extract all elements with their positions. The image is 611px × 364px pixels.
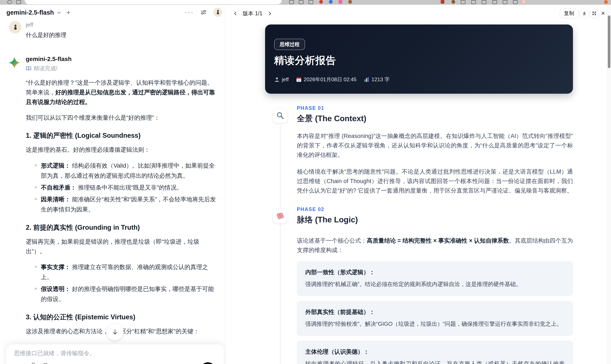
report-badge: 思维过程 — [274, 39, 305, 50]
phase2-title: 脉络 (The Logic) — [297, 214, 573, 225]
assistant-lead: 我们可以从以下四个维度来衡量什么是“好的推理”： — [26, 113, 217, 122]
assistant-intro: “什么是好的推理？”这是一个涉及逻辑学、认知科学和哲学核心的问题。简单来说，好的… — [26, 78, 217, 107]
extension-icon-brown[interactable] — [348, 0, 352, 4]
list-item: 形式逻辑： 结构必须有效（Valid）。比如演绎推理中，如果前提全部为真，那么通… — [36, 160, 217, 181]
extension-icon-doc[interactable] — [441, 0, 444, 4]
user-avatar[interactable] — [213, 8, 222, 17]
tools-diamonds-icon[interactable] — [30, 363, 37, 364]
bookmark-icon[interactable] — [42, 363, 49, 364]
expand-button[interactable] — [589, 9, 599, 18]
phase2-node — [273, 209, 287, 223]
attach-plus-button[interactable]: + — [14, 363, 19, 364]
history-icon[interactable] — [503, 0, 507, 4]
split-view-icon[interactable] — [471, 0, 476, 4]
bookmark-star-icon[interactable] — [308, 0, 313, 4]
chevron-down-icon[interactable] — [57, 11, 61, 15]
phase1-paragraph-2: 核心情境在于解决“思考的随意性”问题。不论是人类通过批判性思维进行决策，还是大语… — [297, 167, 573, 195]
phase1-node — [273, 108, 287, 123]
section-list-2: 事实支撑： 推理建立在可靠的数据、准确的观测或公认的真理之上。 假设透明： 好的… — [26, 262, 217, 304]
expand-icon — [592, 11, 596, 15]
user-message-text: 什么是好的推理 — [26, 31, 217, 39]
extension-icon-red[interactable] — [319, 0, 323, 4]
gemini-star-icon — [8, 56, 21, 70]
user-message-avatar — [9, 21, 22, 34]
scrollbar-track[interactable] — [607, 5, 611, 364]
artifact-panel: 版本 1/1 复制 × 思维过程 精读分析报告 jeff — [226, 5, 607, 364]
avatar-figure-icon — [215, 10, 221, 15]
reading-list-icon[interactable] — [289, 0, 294, 4]
reload-icon[interactable] — [7, 0, 12, 4]
avatar-figure-icon — [12, 24, 18, 30]
assistant-message: gemini-2.5-flash 精读完成! “什么是好的推理？”这是一个涉及逻… — [0, 56, 225, 364]
user-message: jeff 什么是好的推理 — [0, 20, 225, 39]
download-button[interactable] — [580, 9, 589, 18]
version-label: 版本 1/1 — [243, 10, 263, 17]
phase2-label: PHASE 02 — [297, 207, 573, 212]
browser-corner-icon[interactable] — [604, 0, 608, 4]
list-item: 假设透明： 好的推理会明确指明哪些是已知事实，哪些是基于可能的假设。 — [36, 284, 217, 304]
apps-grid-icon[interactable] — [16, 0, 21, 4]
chat-panel: gemini-2.5-flash + ··· — [0, 5, 226, 364]
dimension-cards: 内部一致性（形式逻辑）： 强调推理的“机械正确”。结论必须在给定的规则系统内逻辑… — [297, 261, 573, 364]
download-icon — [582, 11, 586, 15]
dimension-card-1: 内部一致性（形式逻辑）： 强调推理的“机械正确”。结论必须在给定的规则系统内逻辑… — [297, 261, 573, 296]
phase1-label: PHASE 01 — [297, 105, 573, 111]
section-intro-1: 这是推理的基石。好的推理必须遵循逻辑法则： — [26, 145, 217, 155]
composer-divider — [24, 363, 25, 364]
composer[interactable]: 思维接口已就绪，请传输指令。 + — [6, 344, 224, 364]
report-word-count: 1213 字 — [364, 76, 390, 83]
magnifier-icon — [276, 111, 284, 120]
copy-button[interactable]: 复制 — [559, 9, 579, 18]
calendar-icon: 17 — [296, 77, 302, 82]
settings-sliders-icon[interactable] — [200, 9, 207, 15]
report-author: jeff — [274, 77, 289, 82]
person-icon — [274, 77, 280, 82]
scrollbar-thumb[interactable] — [608, 15, 610, 68]
brain-icon — [276, 212, 284, 220]
section-intro-2: 逻辑再完美，如果前提是错误的，推理也是垃圾（即“垃圾进，垃圾出”）。 — [26, 237, 217, 256]
composer-placeholder[interactable]: 思维接口已就绪，请传输指令。 — [14, 349, 95, 357]
bar-chart-icon — [364, 77, 369, 82]
phase1-paragraph-1: 本内容是对“推理 (Reasoning)”这一抽象概念的高层建模。在知识爆炸与人… — [297, 131, 573, 160]
downloads-icon[interactable] — [492, 0, 497, 4]
section-list-1: 形式逻辑： 结构必须有效（Valid）。比如演绎推理中，如果前提全部为真，那么通… — [26, 160, 217, 214]
new-chat-button[interactable]: + — [66, 9, 70, 16]
tab-grid-icon[interactable] — [513, 0, 518, 4]
chevron-right-icon[interactable] — [268, 11, 272, 16]
assistant-status: 精读完成! — [26, 65, 217, 72]
phase2-lead: 该论述基于一个核心公式：高质量结论 = 结构完整性 × 事实准确性 × 认知自律… — [297, 236, 573, 255]
scroll-to-bottom-button[interactable] — [106, 323, 124, 341]
browser-profile-avatar[interactable] — [521, 0, 526, 4]
chat-scroll-area[interactable]: jeff 什么是好的推理 gemini-2.5-flash — [0, 20, 225, 364]
user-name: jeff — [26, 20, 217, 28]
phase1-title: 全景 (The Context) — [297, 113, 573, 124]
report-title: 精读分析报告 — [274, 54, 336, 67]
list-item: 不自相矛盾： 推理链条中不能出现“既是又非”的情况。 — [36, 182, 217, 193]
extension-icon-blue[interactable] — [329, 0, 332, 4]
open-book-icon — [26, 66, 31, 71]
puzzle-extensions-icon[interactable] — [461, 0, 465, 4]
pen-extension-icon[interactable] — [299, 0, 304, 4]
voice-input-button[interactable] — [200, 362, 216, 364]
phase-section-2: PHASE 02 脉络 (The Logic) 该论述基于一个核心公式：高质量结… — [265, 207, 573, 364]
report-meta: jeff 17 2026年01月08日 02:45 — [274, 76, 390, 83]
browser-address-bar[interactable] — [25, 0, 282, 4]
chevron-left-icon[interactable] — [233, 11, 238, 16]
dimension-card-3: 主体伦理（认识美德）： 转向推理者的心理特征。引入奥卡姆剃刀和反向论证，旨在克服… — [297, 341, 573, 364]
more-options-icon[interactable]: ··· — [185, 8, 194, 16]
chat-header: gemini-2.5-flash + ··· — [0, 5, 225, 20]
section-heading-1: 1. 逻辑的严密性 (Logical Soundness) — [26, 131, 217, 140]
extension-icon-circle[interactable] — [452, 0, 455, 4]
model-selector[interactable]: gemini-2.5-flash — [6, 9, 54, 16]
sidepanel-icon[interactable] — [482, 0, 486, 4]
extension-icon-pink[interactable] — [339, 0, 342, 4]
close-panel-button[interactable]: × — [599, 9, 607, 17]
report-document: 思维过程 精读分析报告 jeff 17 2026年01月08 — [265, 25, 573, 364]
section-heading-2: 2. 前提的真实性 (Grounding in Truth) — [26, 223, 217, 232]
dimension-card-2: 外部真实性（前提基础）： 强调推理的“经验校准”。解决“GIGO（垃圾进，垃圾出… — [297, 301, 573, 336]
assistant-name: gemini-2.5-flash — [26, 56, 217, 63]
phase-section-1: PHASE 01 全景 (The Context) 本内容是对“推理 (Reas… — [265, 105, 573, 195]
browser-chrome — [0, 0, 611, 5]
version-nav: 版本 1/1 — [233, 10, 272, 17]
report-header-card: 思维过程 精读分析报告 jeff 17 2026年01月08 — [265, 25, 573, 94]
